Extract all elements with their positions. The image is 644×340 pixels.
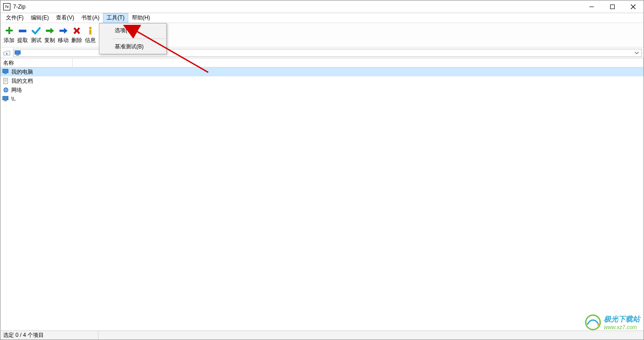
close-icon [630,4,636,9]
menu-tools[interactable]: 工具(T) [103,13,128,23]
svg-rect-11 [4,78,8,84]
svg-rect-10 [4,73,7,74]
network-icon [2,86,9,94]
plus-icon [4,26,14,36]
list-row-label: 我的文档 [11,77,33,85]
app-icon: 7z [3,3,10,10]
close-button[interactable] [623,0,644,13]
column-header-name[interactable]: 名称 [0,58,73,67]
list-header: 名称 [0,58,644,67]
svg-rect-19 [4,100,7,101]
toolbar-extract-label: 提取 [17,37,28,44]
tools-dropdown: 选项(O) 基准测试(B) [99,23,167,54]
status-selection-text: 选定 0 / 4 个项目 [3,331,98,340]
computer-icon [2,95,9,103]
list-body[interactable]: 我的电脑 我的文档 网络 \\. [0,67,644,331]
computer-small-icon [14,50,22,56]
minimize-button[interactable] [581,0,602,13]
toolbar-delete-label: 删除 [71,37,82,44]
minus-icon [18,26,28,36]
svg-rect-18 [3,96,8,100]
svg-rect-9 [3,69,8,73]
toolbar-copy-button[interactable]: 复制 [43,24,56,47]
up-folder-button[interactable] [2,49,11,57]
toolbar-delete-button[interactable]: 删除 [70,24,84,47]
svg-rect-4 [19,30,26,32]
dropdown-item-benchmark[interactable]: 基准测试(B) [112,40,166,54]
svg-rect-7 [15,51,20,54]
toolbar-move-button[interactable]: 移动 [56,24,70,47]
menu-view[interactable]: 查看(V) [52,13,78,23]
window-controls [581,0,644,13]
toolbar-info-button[interactable]: 信息 [84,24,97,47]
list-row-network[interactable]: 网络 [0,85,644,94]
computer-icon [2,68,9,76]
column-header-spacer [73,58,644,67]
copy-arrow-icon [45,26,55,36]
chevron-down-icon [635,51,639,55]
list-row-label: 我的电脑 [11,68,33,76]
toolbar-test-button[interactable]: 测试 [29,24,43,47]
titlebar: 7z 7-Zip [0,0,644,13]
svg-point-5 [89,27,92,29]
list-row-label: \\. [11,96,16,102]
minimize-icon [589,4,594,9]
menu-file[interactable]: 文件(F) [2,13,27,23]
info-i-icon [85,26,95,36]
menu-help[interactable]: 帮助(H) [128,13,154,23]
delete-x-icon [72,26,82,36]
toolbar-add-label: 添加 [4,37,14,44]
up-folder-icon [3,50,10,56]
toolbar-add-button[interactable]: 添加 [2,24,16,47]
maximize-button[interactable] [602,0,623,13]
menubar: 文件(F) 编辑(E) 查看(V) 书签(A) 工具(T) 帮助(H) [0,13,644,23]
svg-rect-6 [89,30,91,34]
toolbar-info-label: 信息 [85,37,96,44]
addressbar-row [0,47,644,58]
toolbar-test-label: 测试 [31,37,42,44]
main-area: 名称 我的电脑 我的文档 网络 \\. [0,58,644,331]
toolbar-extract-button[interactable]: 提取 [16,24,29,47]
menu-edit[interactable]: 编辑(E) [27,13,52,23]
toolbar: 添加 提取 测试 复制 移动 删除 [0,23,644,47]
svg-rect-8 [16,55,19,56]
dropdown-separator [113,38,165,39]
list-row-label: 网络 [11,86,22,94]
svg-rect-1 [611,5,615,9]
document-icon [2,77,9,85]
list-row-computer[interactable]: 我的电脑 [0,67,644,76]
address-dropdown-arrow[interactable] [633,50,640,56]
check-icon [31,26,41,36]
toolbar-move-label: 移动 [58,37,69,44]
statusbar: 选定 0 / 4 个项目 [0,331,644,340]
menu-bookmarks[interactable]: 书签(A) [78,13,103,23]
window-title: 7-Zip [13,4,25,10]
maximize-icon [610,4,615,9]
move-arrow-icon [58,26,68,36]
list-row-root[interactable]: \\. [0,94,644,104]
list-row-documents[interactable]: 我的文档 [0,76,644,85]
toolbar-copy-label: 复制 [44,37,55,44]
dropdown-item-options[interactable]: 选项(O) [112,24,166,38]
